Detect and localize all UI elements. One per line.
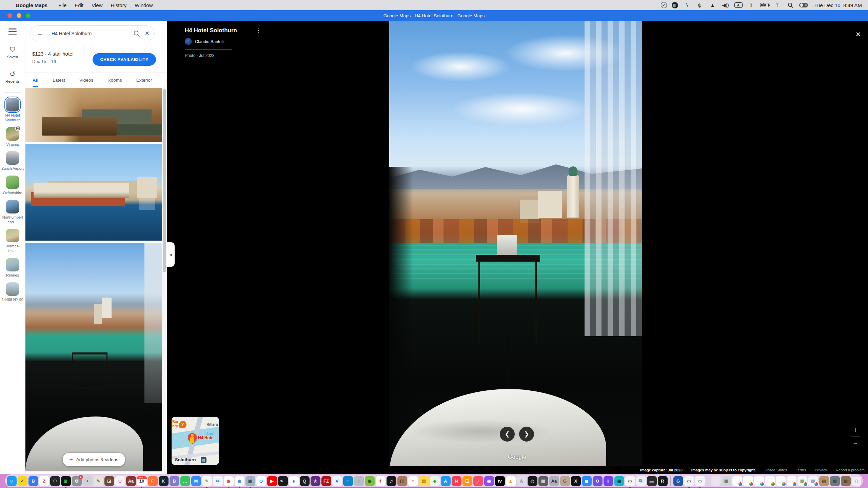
dock-youtube[interactable]: ▶ [267, 476, 277, 486]
dock-audio-levels[interactable]: ≣ [61, 476, 71, 486]
photo-author-name[interactable]: Claudio Santulli [195, 39, 224, 44]
spotlight-search-icon[interactable] [786, 1, 794, 9]
dock-xquartz[interactable]: X [571, 476, 581, 486]
dock-zinio[interactable]: Z [39, 476, 49, 486]
dock-chrome-window-4[interactable] [765, 476, 775, 486]
dock-kindle[interactable]: K [159, 476, 169, 486]
dock-firefox[interactable]: F [148, 476, 158, 486]
dock-usb-utility[interactable]: ψ [115, 476, 125, 486]
dock-screen-sharing[interactable]: ▦ [538, 476, 548, 486]
dock-dictionary[interactable]: Aa [126, 476, 136, 486]
dock-voice-memos[interactable]: ‖ [604, 476, 613, 486]
dock-quicktime[interactable]: Q [300, 476, 310, 486]
dock-messenger[interactable]: M [191, 476, 201, 486]
menu-edit[interactable]: Edit [71, 2, 87, 8]
dock-google-maps[interactable]: ◉ [224, 476, 234, 486]
recent-oxfordshire[interactable]: Oxfordshire [0, 176, 25, 196]
dock-calendar[interactable]: DEC 10 [137, 476, 147, 486]
dock-midi-keyboard[interactable]: ♫ [387, 476, 396, 486]
dock-disc-burner[interactable]: ◌ [354, 476, 364, 486]
recent-rennes[interactable]: Rennes [0, 258, 25, 278]
volume-icon[interactable]: ◀)) [722, 1, 730, 9]
dock-gimp[interactable]: G [560, 476, 570, 486]
menu-app-name[interactable]: Google Maps [13, 2, 50, 8]
dock-window-preview-1[interactable]: ▨ [819, 476, 829, 486]
dock-chrome-window-5[interactable] [776, 476, 786, 486]
dock-finder[interactable]: ☺ [7, 476, 17, 486]
pegman-icon[interactable] [190, 436, 194, 443]
recent-zurich-airport[interactable]: Zurich Airport [0, 151, 25, 171]
sidebar-item-recents[interactable]: ↺ Recents [5, 70, 20, 83]
audio-levels-icon[interactable]: ||| [672, 2, 678, 8]
antenna-icon[interactable]: ᛉ [773, 1, 782, 9]
recent-14408-ny-90[interactable]: 14408 NY-90 [0, 282, 25, 302]
dock-reminders[interactable]: ≡ [408, 476, 418, 486]
terms-link[interactable]: Terms [796, 468, 806, 472]
photo-tab[interactable]: Videos [79, 73, 93, 87]
close-window-button[interactable] [7, 13, 12, 18]
clear-search-icon[interactable]: ✕ [145, 30, 150, 37]
dock-printer-3[interactable]: ▭ [695, 476, 705, 486]
search-bar[interactable]: ← ✕ [31, 25, 155, 41]
dock-messages[interactable]: … [180, 476, 190, 486]
dock-todo-app[interactable]: ✓ [18, 476, 27, 486]
sidebar-item-saved[interactable]: ⛉ Saved [7, 46, 18, 59]
dock-missing-app[interactable]: ? [711, 476, 721, 486]
dock-contacts[interactable]: ◫ [397, 476, 407, 486]
dock-chrome-window-6[interactable] [787, 476, 796, 486]
eject-icon[interactable]: ▲ [709, 1, 717, 9]
dock-music[interactable]: ♪ [473, 476, 483, 486]
dock-homebank[interactable]: G [673, 476, 683, 486]
dock-webcam-app[interactable]: ◉ [614, 476, 624, 486]
dock-trash[interactable]: ▯ [852, 476, 862, 486]
mini-map[interactable]: Barnge Y Ritterq Aare H4 Hotel Solothurn… [172, 417, 219, 465]
dock-busycal[interactable]: B [170, 476, 179, 486]
dock-system-settings[interactable]: ⚙ 1 [72, 476, 82, 486]
back-arrow-icon[interactable]: ← [37, 30, 43, 37]
dock-news[interactable]: N [452, 476, 461, 486]
thumbnail-hotel-lounge[interactable] [25, 88, 162, 142]
more-options-icon[interactable]: ⋮ [256, 28, 261, 34]
dock-chrome-window-1[interactable] [732, 476, 742, 486]
dock-bluetooth-app[interactable]: B [28, 476, 38, 486]
dock-podcasts[interactable]: ◉ [484, 476, 494, 486]
dock-apple-tv[interactable]: tv [495, 476, 505, 486]
scrollbar-thumb[interactable] [163, 89, 166, 272]
battery-icon[interactable]: ϟ [760, 1, 769, 9]
close-photo-icon[interactable]: ✕ [855, 30, 861, 38]
previous-photo-button[interactable]: ❮ [500, 427, 515, 442]
dock-scanner[interactable]: ▬ [647, 476, 657, 486]
dock-printer-1[interactable]: ▭ [625, 476, 635, 486]
dock-disk-utility[interactable]: + [83, 476, 93, 486]
zoom-out-button[interactable]: − [850, 438, 861, 448]
dock-books[interactable]: ❏ [462, 476, 472, 486]
input-source-icon[interactable]: A [734, 2, 743, 8]
dock-photo-widget[interactable]: ▦ [722, 476, 731, 486]
check-availability-button[interactable]: CHECK AVAILABILITY [93, 53, 156, 66]
thumbnail-riverside-town[interactable] [25, 144, 162, 241]
dock-printer-2[interactable]: ▭ [684, 476, 694, 486]
zoom-in-button[interactable]: + [850, 425, 861, 435]
dock-photos[interactable]: ✳ [376, 476, 386, 486]
dock-stickies[interactable]: ▤ [419, 476, 429, 486]
recent-bormes-les[interactable]: Bormes-les-… [0, 229, 25, 253]
menu-window[interactable]: Window [131, 2, 156, 8]
recent-virginia[interactable]: 2 Virginia [0, 127, 25, 147]
dock-terminal[interactable]: >_ [278, 476, 288, 486]
photo-tab[interactable]: All [33, 73, 38, 87]
dock-chrome-sheet-1[interactable]: ▦ [797, 476, 807, 486]
dock-font-book[interactable]: Aa [549, 476, 559, 486]
add-photos-button[interactable]: + Add photos & videos [62, 453, 125, 466]
next-photo-button[interactable]: ❯ [519, 427, 534, 442]
dock-chrome-window-3[interactable] [754, 476, 764, 486]
dock-openoffice[interactable]: ~ [343, 476, 353, 486]
dock-window-preview-3[interactable]: ▨ [841, 476, 851, 486]
dock-chrome-sheet-2[interactable]: ▦ [808, 476, 818, 486]
gallery-scrollbar[interactable] [162, 88, 167, 474]
dock-mediahuman[interactable]: ◉ [365, 476, 375, 486]
menu-bar-clock[interactable]: Tue Dec 10 8:49 AM [814, 2, 862, 8]
zoom-window-button[interactable] [26, 13, 31, 18]
menu-file[interactable]: File [55, 2, 70, 8]
window-title-bar[interactable]: Google Maps - H4 Hotel Solothurn - Googl… [0, 10, 868, 21]
dock-script-editor[interactable]: § [517, 476, 527, 486]
